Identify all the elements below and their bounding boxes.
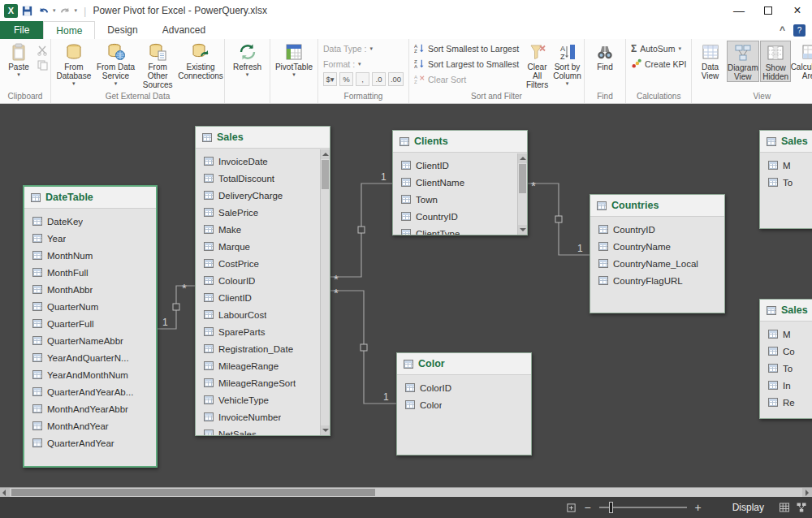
data-type-dropdown[interactable]: Data Type : ▾ [321,41,406,56]
close-button[interactable]: × [783,0,812,21]
decrease-decimal-button[interactable]: .00 [388,72,404,86]
table-header[interactable]: Sales [196,127,330,149]
tab-home[interactable]: Home [43,21,95,39]
table-field[interactable]: YearAndQuarterN... [24,349,156,366]
zoom-in-button[interactable]: + [693,501,703,514]
zoom-slider[interactable] [599,507,687,508]
table-field[interactable]: ClientID [393,157,516,174]
table-header[interactable]: Clients [393,131,527,153]
table-header[interactable]: Color [397,353,531,375]
table-field[interactable]: ClientType [393,225,516,235]
autosum-button[interactable]: Σ AutoSum ▾ [628,41,689,56]
show-hidden-button[interactable]: Show Hidden [760,41,791,82]
diagram-table-sales-1[interactable]: SalesInvoiceDateTotalDiscountDeliveryCha… [195,126,330,436]
help-icon[interactable]: ? [793,24,806,37]
calculation-area-button[interactable]: Calculation Area [792,41,812,80]
scroll-thumb[interactable] [519,164,526,193]
table-field[interactable]: MileageRangeSort [196,374,318,391]
table-field[interactable]: DateKey [24,213,156,230]
table-field[interactable]: In [760,377,812,394]
diagram-canvas[interactable]: 1**1*1*1 DateTableDateKeyYearMonthNumMon… [0,104,812,487]
diagram-table-datetable-0[interactable]: DateTableDateKeyYearMonthNumMonthFullMon… [23,185,158,468]
table-field[interactable]: VehicleType [196,391,318,408]
paste-button[interactable]: Paste [2,41,35,77]
thousands-separator-button[interactable]: , [356,72,369,86]
table-field[interactable]: ClientName [393,174,516,191]
table-field[interactable]: Marque [196,238,318,255]
table-field[interactable]: MonthAndYearAbbr [24,400,156,417]
tab-design[interactable]: Design [95,21,149,39]
zoom-out-button[interactable]: − [583,501,593,514]
copy-icon[interactable] [37,59,48,71]
table-field[interactable]: SalePrice [196,204,318,221]
table-field[interactable]: QuarterAndYear [24,434,156,451]
relationship-connector[interactable] [173,304,179,310]
create-kpi-button[interactable]: Create KPI [628,56,689,71]
table-header[interactable]: Countries [590,195,724,217]
diagram-table-sales-5[interactable]: SalesMTo [759,130,812,229]
table-field[interactable]: InvoiceDate [196,153,318,170]
refresh-button[interactable]: Refresh [227,41,267,77]
table-field[interactable]: CountryName [590,238,724,255]
relationship-connector[interactable] [358,227,365,233]
minimize-button[interactable]: — [724,0,754,21]
relationship-connector[interactable] [361,344,367,351]
data-view-button[interactable]: Data View [694,41,725,80]
horizontal-scroll-thumb[interactable] [11,489,375,496]
table-field[interactable]: CountryID [590,221,724,238]
diagram-table-color-4[interactable]: ColorColorIDColor [396,352,532,455]
table-field[interactable]: Year [24,230,156,247]
table-field[interactable]: CountryID [393,208,516,225]
fit-to-window-icon[interactable] [566,503,577,513]
table-field[interactable]: TotalDiscount [196,170,318,187]
table-field[interactable]: M [760,157,812,174]
redo-caret-icon[interactable]: ▾ [75,7,78,14]
table-field[interactable]: NetSales [196,425,318,435]
from-other-sources-button[interactable]: From Other Sources [137,41,178,90]
increase-decimal-button[interactable]: .0 [372,72,386,86]
table-field[interactable]: To [760,360,812,377]
find-button[interactable]: Find [587,41,623,71]
sort-ascending-button[interactable]: AZ Sort Smallest to Largest [412,41,521,56]
table-header[interactable]: DateTable [24,187,156,209]
scroll-up-arrow[interactable] [321,149,330,159]
table-field[interactable]: M [760,326,812,343]
table-field[interactable]: YearAndMonthNum [24,366,156,383]
table-field[interactable]: ColourID [196,272,318,289]
diagram-table-sales-6[interactable]: SalesMCoToInRe [759,299,812,419]
table-header[interactable]: Sales [760,131,812,153]
diagram-view-toggle-icon[interactable] [796,502,807,513]
table-field[interactable]: Co [760,343,812,360]
table-field[interactable]: SpareParts [196,323,318,340]
undo-button[interactable] [37,3,50,18]
table-field[interactable]: InvoiceNumber [196,408,318,425]
grid-view-toggle-icon[interactable] [779,502,790,513]
table-field[interactable]: QuarterNum [24,298,156,315]
clear-sort-button[interactable]: AZ Clear Sort [412,71,521,87]
table-field[interactable]: CostPrice [196,255,318,272]
table-field[interactable]: Make [196,221,318,238]
from-database-button[interactable]: From Database [54,41,94,86]
table-field[interactable]: ColorID [397,379,531,396]
table-field[interactable]: QuarterFull [24,315,156,332]
table-field[interactable]: MileageRange [196,357,318,374]
collapse-ribbon-icon[interactable]: ^ [780,24,785,36]
table-scrollbar[interactable] [320,149,330,435]
existing-connections-button[interactable]: Existing Connections [179,41,222,80]
maximize-button[interactable] [754,0,783,21]
table-field[interactable]: QuarterAndYearAb... [24,383,156,400]
table-scrollbar[interactable] [517,153,527,235]
table-field[interactable]: Re [760,394,812,411]
table-field[interactable]: MonthAndYear [24,417,156,434]
table-field[interactable]: CountryFlagURL [590,272,724,289]
diagram-table-countries-3[interactable]: CountriesCountryIDCountryNameCountryName… [590,194,725,313]
diagram-table-clients-2[interactable]: ClientsClientIDClientNameTownCountryIDCl… [392,130,528,235]
redo-button[interactable] [58,3,72,18]
tab-file[interactable]: File [0,21,43,39]
sort-descending-button[interactable]: ZA Sort Largest to Smallest [412,56,521,71]
tab-advanced[interactable]: Advanced [150,21,218,39]
save-button[interactable] [20,3,34,18]
format-dropdown[interactable]: Format : ▾ [321,56,406,71]
table-field[interactable]: To [760,174,812,191]
scroll-left-arrow[interactable] [0,488,10,497]
